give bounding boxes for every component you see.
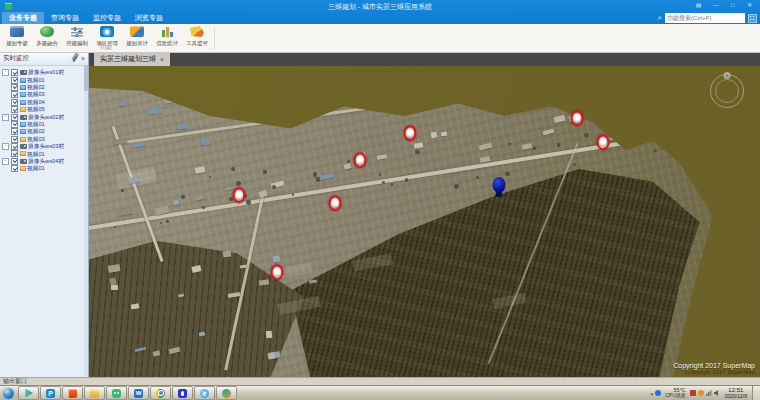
expander-icon[interactable]: -: [2, 143, 9, 150]
ribbon-tab-2[interactable]: 查询专题: [44, 12, 86, 24]
tray-network-icon[interactable]: [706, 390, 712, 396]
ribbon-tab-strip: 业务专题查询专题监控专题浏览专题: [2, 12, 170, 24]
checkbox[interactable]: [11, 114, 18, 121]
design-icon: [130, 26, 144, 37]
ribbon-tab-3[interactable]: 监控专题: [86, 12, 128, 24]
expander-icon[interactable]: -: [2, 69, 9, 76]
taskbar-apps: PWe: [18, 386, 238, 400]
video-icon: [20, 129, 26, 134]
taskbar-app-ie[interactable]: e: [194, 386, 215, 400]
baidu-icon: [178, 389, 187, 398]
document-tabbar: 实景三维规划三维 ×: [89, 52, 760, 66]
road: [122, 66, 667, 143]
clock-date: 2020/12/9: [725, 393, 747, 400]
checkbox[interactable]: [11, 106, 18, 113]
plan-icon: [10, 26, 24, 37]
taskbar-app-baidu[interactable]: [172, 386, 193, 400]
ribbon-group-label: 功能: [0, 43, 212, 52]
camera-marker[interactable]: [596, 134, 609, 150]
video-icon: [20, 166, 26, 171]
tree-group-row[interactable]: -摄像头ws04村: [2, 158, 88, 165]
camera-marker[interactable]: [404, 126, 417, 142]
tree-group-row[interactable]: -摄像头ws03村: [2, 143, 88, 150]
tree-group-row[interactable]: -摄像头ws01村: [2, 69, 88, 76]
close-button[interactable]: ✕: [741, 0, 758, 11]
expander-icon[interactable]: -: [2, 158, 9, 165]
checkbox[interactable]: [11, 121, 18, 128]
tray-chevron-icon[interactable]: ▴: [651, 390, 654, 396]
camera-marker[interactable]: [328, 195, 341, 211]
sidebar-title: 实时监控: [3, 54, 74, 63]
checkbox[interactable]: [11, 128, 18, 135]
layout-grid-icon[interactable]: ▤: [690, 0, 707, 11]
taskbar-app-word[interactable]: W: [128, 386, 149, 400]
taskbar-app-wps[interactable]: [62, 386, 83, 400]
search-input[interactable]: [665, 13, 745, 23]
checkbox[interactable]: [11, 143, 18, 150]
camera-marker[interactable]: [571, 110, 584, 126]
ribbon-tab-1[interactable]: 业务专题: [2, 12, 44, 24]
maximize-button[interactable]: □: [724, 0, 741, 11]
wps-icon: [68, 389, 77, 398]
apps-grid-icon[interactable]: [748, 14, 757, 23]
aerial-imagery: [89, 66, 760, 378]
expander-icon[interactable]: -: [2, 114, 9, 121]
checkbox[interactable]: [11, 136, 18, 143]
start-button[interactable]: [3, 388, 14, 399]
tree-item-row[interactable]: 视频02: [2, 84, 88, 91]
scene-tab-label: 实景三维规划三维: [100, 54, 156, 64]
map-copyright: Copyright 2017 SuperMap Copyright 2017 S…: [673, 362, 755, 375]
camera-icon: [20, 159, 27, 164]
scene-tab[interactable]: 实景三维规划三维 ×: [94, 52, 170, 66]
taskbar-app-wechat[interactable]: [106, 386, 127, 400]
checkbox[interactable]: [11, 91, 18, 98]
selected-camera-marker[interactable]: [492, 177, 505, 193]
checkbox[interactable]: [11, 77, 18, 84]
taskbar-app-chrome[interactable]: [150, 386, 171, 400]
tree-item-row[interactable]: 视频01: [2, 121, 88, 128]
show-desktop-button[interactable]: [752, 386, 760, 400]
checkbox[interactable]: [11, 69, 18, 76]
sidebar-header: 实时监控 ×: [0, 52, 88, 66]
taskbar-app-p-app[interactable]: P: [40, 386, 61, 400]
checkbox[interactable]: [11, 158, 18, 165]
checkbox[interactable]: [11, 150, 18, 157]
tree-item-row[interactable]: 视频03: [2, 91, 88, 98]
video-icon: [20, 78, 26, 83]
tree-item-row[interactable]: 视频04: [2, 99, 88, 106]
minimize-button[interactable]: —: [707, 0, 724, 11]
taskbar: PWe ▴ 55℃ CPU温度 12:51 2020/12/9: [0, 385, 760, 400]
output-window-label: 输出窗口: [3, 378, 27, 384]
tree-item-row[interactable]: 视频02: [2, 128, 88, 135]
tray-alert-icon[interactable]: [698, 390, 704, 396]
ribbon-separator: [214, 27, 215, 49]
tray-volume-icon[interactable]: [714, 390, 720, 396]
ribbon-tab-4[interactable]: 浏览专题: [128, 12, 170, 24]
taskbar-app-folder[interactable]: [84, 386, 105, 400]
taskbar-app-media-play[interactable]: [18, 386, 39, 400]
tray-security-icon[interactable]: [690, 390, 696, 396]
sidebar-close-icon[interactable]: ×: [81, 55, 85, 62]
stats-icon: [160, 26, 174, 37]
sidebar-scrollbar[interactable]: [84, 65, 88, 378]
checkbox[interactable]: [11, 165, 18, 172]
folder-icon: [90, 389, 99, 398]
camera-marker[interactable]: [232, 188, 245, 204]
camera-marker[interactable]: [270, 264, 283, 280]
tab-close-icon[interactable]: ×: [160, 56, 164, 63]
tree-item-row[interactable]: 视频01: [2, 165, 88, 172]
word-icon: W: [134, 389, 143, 398]
map-3d-viewport[interactable]: N Copyright 2017 SuperMap Copyright 2017…: [89, 66, 760, 378]
scrollbar-thumb[interactable]: [84, 65, 88, 91]
compass-icon[interactable]: N: [710, 74, 744, 108]
taskbar-clock[interactable]: 12:51 2020/12/9: [725, 387, 747, 400]
function-search: ⌕: [658, 13, 757, 23]
camera-marker[interactable]: [354, 153, 367, 169]
taskbar-app-sphere[interactable]: [216, 386, 237, 400]
titlebar: 三维规划 - 城市实景三维应用系统 ▤ — □ ✕ 业务专题查询专题监控专题浏览…: [0, 0, 760, 24]
tray-app-icon[interactable]: [655, 390, 661, 396]
checkbox[interactable]: [11, 84, 18, 91]
cpu-temp-widget[interactable]: 55℃ CPU温度: [665, 388, 686, 399]
search-icon: ⌕: [658, 13, 662, 23]
checkbox[interactable]: [11, 99, 18, 106]
